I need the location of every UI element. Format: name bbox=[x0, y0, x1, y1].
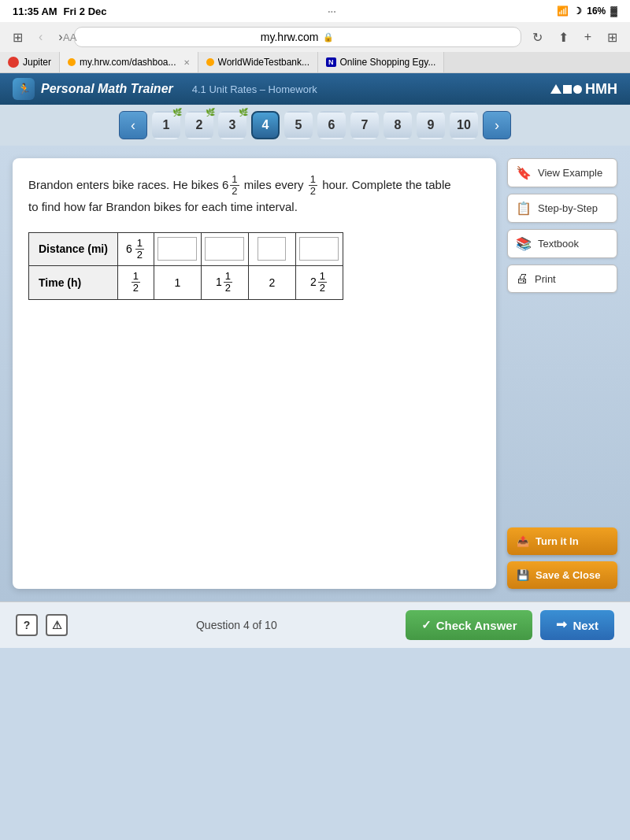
next-button[interactable]: ⮕ Next bbox=[540, 610, 614, 640]
status-bar: 11:35 AM Fri 2 Dec ··· 📶 ☽ 16% ▓ bbox=[0, 0, 630, 22]
dots: ··· bbox=[328, 6, 336, 17]
tab-myhrw-label: my.hrw.com/dashboa... bbox=[80, 57, 176, 68]
tab-jupiter-label: Jupiter bbox=[23, 57, 51, 68]
time-cell-2: 1 bbox=[154, 266, 201, 300]
question-num-8[interactable]: 8 bbox=[384, 111, 412, 139]
moon-icon: ☽ bbox=[573, 6, 582, 17]
tabs-grid-button[interactable]: ⊞ bbox=[602, 28, 622, 46]
back-button[interactable]: ‹ bbox=[34, 28, 47, 46]
distance-cell-4[interactable] bbox=[248, 232, 295, 266]
help-button[interactable]: ? bbox=[16, 614, 38, 636]
question-counter: Question 4 of 10 bbox=[196, 619, 277, 631]
view-example-button[interactable]: 🔖 View Example bbox=[507, 158, 617, 187]
status-right: 📶 ☽ 16% ▓ bbox=[557, 6, 617, 17]
turn-it-in-button[interactable]: 📤 Turn it In bbox=[507, 527, 617, 555]
sidebar-actions: 📤 Turn it In 💾 Save & Close bbox=[507, 527, 617, 589]
lock-icon: 🔒 bbox=[323, 32, 334, 43]
frac-den-2: 2 bbox=[309, 186, 317, 197]
fraction-half: 12 bbox=[309, 174, 317, 198]
textbook-button[interactable]: 📚 Textbook bbox=[507, 229, 617, 258]
fraction-time-5: 12 bbox=[318, 271, 327, 294]
check-answer-label: Check Answer bbox=[436, 619, 517, 632]
question-num-10[interactable]: 10 bbox=[450, 111, 478, 139]
textbook-label: Textbook bbox=[538, 238, 579, 250]
question-num-1[interactable]: 1 bbox=[152, 111, 180, 139]
tab-worldwidetest[interactable]: WorldWideTestbank... bbox=[198, 52, 319, 72]
question-nav: ‹ 1 2 3 4 5 6 7 8 9 10 › bbox=[0, 105, 630, 146]
wifi-icon: 📶 bbox=[557, 6, 569, 17]
tab-online-shopping-label: Online Shopping Egy... bbox=[340, 57, 436, 68]
step-by-step-button[interactable]: 📋 Step-by-Step bbox=[507, 194, 617, 223]
bottom-left: ? ⚠ bbox=[16, 614, 68, 636]
check-answer-button[interactable]: ✓ Check Answer bbox=[406, 610, 533, 640]
prev-question-button[interactable]: ‹ bbox=[119, 111, 147, 139]
main-content: Brandon enters bike races. He bikes 612 … bbox=[0, 146, 630, 601]
battery-icon: ▓ bbox=[610, 6, 617, 17]
hmh-shapes bbox=[550, 84, 582, 94]
question-num-6[interactable]: 6 bbox=[317, 111, 346, 139]
triangle-shape bbox=[550, 84, 561, 94]
turn-it-in-icon: 📤 bbox=[517, 535, 529, 547]
share-button[interactable]: ⬆ bbox=[554, 28, 573, 46]
time-cell-3: 112 bbox=[201, 266, 248, 300]
alert-icon: ⚠ bbox=[52, 619, 62, 631]
new-tab-button[interactable]: + bbox=[580, 28, 596, 46]
print-label: Print bbox=[535, 273, 556, 285]
fraction-6half: 12 bbox=[230, 174, 239, 198]
reload-button[interactable]: ↻ bbox=[528, 28, 547, 46]
frac-num-1: 1 bbox=[230, 174, 239, 186]
help-icon: ? bbox=[24, 619, 31, 631]
cell-value-1: 612 bbox=[126, 238, 146, 261]
distance-input-5[interactable] bbox=[299, 237, 339, 261]
myhrw-dot bbox=[68, 58, 76, 66]
distance-input-4[interactable] bbox=[258, 237, 286, 261]
browser-chrome: ⊞ ‹ › AA my.hrw.com 🔒 ↻ ⬆ + ⊞ Jupiter my… bbox=[0, 22, 630, 73]
step-icon: 📋 bbox=[516, 201, 532, 216]
save-close-icon: 💾 bbox=[517, 569, 529, 581]
square-shape bbox=[563, 85, 572, 94]
question-num-4[interactable]: 4 bbox=[251, 111, 280, 139]
aa-label: AA bbox=[63, 31, 76, 43]
frac-num-2: 1 bbox=[309, 174, 317, 186]
next-label: Next bbox=[573, 619, 598, 632]
n-badge: N bbox=[326, 57, 336, 67]
header-subtitle: 4.1 Unit Rates – Homework bbox=[192, 83, 317, 95]
tab-jupiter[interactable]: Jupiter bbox=[0, 52, 60, 72]
sidebar-toggle-button[interactable]: ⊞ bbox=[8, 28, 28, 46]
hmh-logo: HMH bbox=[550, 81, 617, 98]
browser-toolbar: ⊞ ‹ › AA my.hrw.com 🔒 ↻ ⬆ + ⊞ bbox=[0, 22, 630, 52]
distance-input-3[interactable] bbox=[205, 237, 244, 261]
save-close-button[interactable]: 💾 Save & Close bbox=[507, 561, 617, 589]
question-num-7[interactable]: 7 bbox=[350, 111, 379, 139]
tab-myhrw[interactable]: my.hrw.com/dashboa... ✕ bbox=[60, 52, 198, 72]
distance-input-2[interactable] bbox=[158, 237, 197, 261]
question-num-5[interactable]: 5 bbox=[284, 111, 313, 139]
next-question-nav-button[interactable]: › bbox=[483, 111, 511, 139]
fraction-6half-cell: 12 bbox=[135, 238, 144, 261]
tab-online-shopping[interactable]: N Online Shopping Egy... bbox=[318, 52, 444, 72]
question-num-3[interactable]: 3 bbox=[218, 111, 246, 139]
time-cell-1: 12 bbox=[117, 266, 154, 300]
print-icon: 🖨 bbox=[516, 272, 528, 286]
url-text: my.hrw.com bbox=[261, 31, 319, 43]
view-example-icon: 🔖 bbox=[516, 165, 532, 180]
address-bar[interactable]: AA my.hrw.com 🔒 bbox=[74, 27, 521, 47]
time-cell-4: 2 bbox=[248, 266, 295, 300]
time-row: Time (h) 12 1 112 2 212 bbox=[29, 266, 343, 300]
tab-myhrw-close[interactable]: ✕ bbox=[183, 58, 190, 67]
distance-cell-2[interactable] bbox=[154, 232, 201, 266]
distance-header: Distance (mi) bbox=[29, 232, 118, 266]
time: 11:35 AM bbox=[13, 6, 57, 17]
browser-tabs: Jupiter my.hrw.com/dashboa... ✕ WorldWid… bbox=[0, 52, 630, 72]
question-num-9[interactable]: 9 bbox=[417, 111, 445, 139]
q-text-part4: to find how far Brandon bikes for each t… bbox=[28, 200, 298, 213]
distance-cell-3[interactable] bbox=[201, 232, 248, 266]
tab-worldwidetest-label: WorldWideTestbank... bbox=[218, 57, 310, 68]
q-text-part3: hour. Complete the table bbox=[319, 178, 451, 191]
question-num-2[interactable]: 2 bbox=[185, 111, 213, 139]
print-button[interactable]: 🖨 Print bbox=[507, 265, 617, 293]
check-icon: ✓ bbox=[421, 618, 432, 632]
alert-button[interactable]: ⚠ bbox=[46, 614, 68, 636]
distance-cell-5[interactable] bbox=[295, 232, 343, 266]
bottom-right: ✓ Check Answer ⮕ Next bbox=[406, 610, 614, 640]
